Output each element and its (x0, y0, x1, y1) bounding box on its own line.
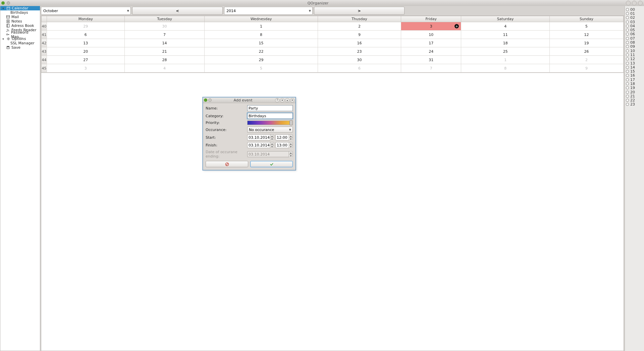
hour-row[interactable]: 06 (626, 32, 643, 36)
calendar-cell[interactable]: 16 (318, 39, 401, 47)
hour-radio[interactable] (626, 12, 629, 15)
category-input[interactable] (247, 113, 293, 119)
calendar-cell[interactable]: 30 (318, 56, 401, 64)
sidebar-item-notes[interactable]: Notes (0, 19, 40, 24)
calendar-cell[interactable]: 9 (318, 31, 401, 39)
hour-row[interactable]: 12 (626, 57, 643, 61)
hour-row[interactable]: 04 (626, 24, 643, 28)
calendar-cell[interactable]: 21 (124, 47, 205, 56)
minimize-button[interactable] (626, 1, 631, 5)
calendar-cell[interactable]: 1 (461, 56, 550, 64)
calendar-cell[interactable]: 28 (124, 56, 205, 64)
calendar-cell[interactable]: 8 (461, 64, 550, 73)
hour-radio[interactable] (626, 53, 629, 56)
calendar-cell[interactable]: 7 (124, 31, 205, 39)
sidebar-item-ssl[interactable]: SSL Manager (0, 41, 40, 45)
calendar-cell[interactable]: 15 (205, 39, 318, 47)
calendar-cell[interactable]: 31 (401, 56, 461, 64)
calendar-cell[interactable]: 24 (401, 47, 461, 56)
calendar-cell[interactable]: 30 (124, 22, 205, 31)
start-date-input[interactable]: 03.10.2014▲▼ (247, 134, 274, 140)
hour-radio[interactable] (626, 45, 629, 48)
calendar-cell[interactable]: 26 (550, 47, 624, 56)
year-combo[interactable]: 2014 ▼ (224, 7, 313, 15)
start-time-input[interactable]: 12:00▲▼ (275, 134, 293, 140)
calendar-cell[interactable]: 6 (47, 31, 125, 39)
calendar-cell[interactable]: 11 (461, 31, 550, 39)
finish-time-input[interactable]: 13:00▲▼ (275, 142, 293, 148)
calendar-cell[interactable]: 2 (550, 56, 624, 64)
hour-radio[interactable] (626, 82, 629, 85)
calendar-cell[interactable]: 20 (47, 47, 125, 56)
calendar-cell[interactable]: 6 (318, 64, 401, 73)
hour-row[interactable]: 18 (626, 82, 643, 86)
hour-row[interactable]: 22 (626, 98, 643, 102)
shade-button[interactable]: ▾ (280, 98, 284, 102)
hour-row[interactable]: 09 (626, 45, 643, 49)
hour-radio[interactable] (626, 16, 629, 19)
maximize-button[interactable] (632, 1, 637, 5)
hour-radio[interactable] (626, 8, 629, 11)
hour-row[interactable]: 17 (626, 78, 643, 82)
hour-row[interactable]: 20 (626, 90, 643, 94)
help-button[interactable]: ? (275, 98, 279, 102)
sidebar-item-birthdays[interactable]: Birthdays (0, 10, 40, 15)
hour-radio[interactable] (626, 86, 629, 89)
cancel-button[interactable] (206, 161, 248, 167)
dialog-titlebar[interactable]: Add event ? ▾ ▴ ✕ (203, 97, 296, 103)
hour-row[interactable]: 08 (626, 40, 643, 44)
hour-radio[interactable] (626, 74, 629, 77)
dialog-close-button[interactable]: ✕ (290, 98, 294, 102)
hour-radio[interactable] (626, 49, 629, 52)
calendar-cell[interactable]: 3 (47, 64, 125, 73)
hour-row[interactable]: 21 (626, 94, 643, 98)
hour-radio[interactable] (626, 29, 629, 32)
calendar-cell[interactable]: 27 (47, 56, 125, 64)
hour-row[interactable]: 16 (626, 74, 643, 78)
hour-radio[interactable] (626, 91, 629, 94)
calendar-cell[interactable]: 18 (461, 39, 550, 47)
calendar-cell[interactable]: 5 (550, 22, 624, 31)
close-button[interactable] (638, 1, 643, 5)
prev-button[interactable]: < (132, 7, 223, 15)
expand-icon[interactable]: ▾ (2, 37, 5, 41)
occurance-select[interactable]: No occurance ▼ (247, 127, 293, 133)
spin-buttons[interactable]: ▲▼ (289, 142, 292, 148)
slider-handle[interactable] (289, 120, 293, 125)
ok-button[interactable] (250, 161, 293, 167)
hour-radio[interactable] (626, 62, 629, 65)
sidebar-item-save[interactable]: Save (0, 45, 40, 50)
finish-date-input[interactable]: 03.10.2014▲▼ (247, 142, 274, 148)
calendar-cell[interactable]: 8 (205, 31, 318, 39)
hour-radio[interactable] (626, 37, 629, 40)
month-combo[interactable]: October ▼ (41, 7, 131, 15)
spin-buttons[interactable]: ▲▼ (270, 142, 274, 148)
spin-buttons[interactable]: ▲▼ (270, 135, 274, 140)
hour-radio[interactable] (626, 66, 629, 69)
calendar-cell[interactable]: 4 (124, 64, 205, 73)
next-button[interactable]: > (314, 7, 405, 15)
expand-icon[interactable]: ▾ (2, 7, 5, 10)
hour-radio[interactable] (626, 33, 629, 36)
calendar-cell[interactable]: 9 (550, 64, 624, 73)
priority-slider[interactable] (247, 121, 293, 125)
hour-row[interactable]: 11 (626, 53, 643, 57)
sidebar-item-addressbook[interactable]: Adress Book (0, 24, 40, 28)
calendar-cell[interactable]: 23 (318, 47, 401, 56)
calendar-cell[interactable]: 29 (47, 22, 125, 31)
calendar-cell[interactable]: 14 (124, 39, 205, 47)
hour-row[interactable]: 00 (626, 7, 643, 11)
calendar-cell[interactable]: 3+ (401, 22, 461, 31)
hour-radio[interactable] (626, 103, 629, 106)
sidebar-item-mail[interactable]: Mail (0, 15, 40, 19)
calendar-cell[interactable]: 25 (461, 47, 550, 56)
calendar-cell[interactable]: 2 (318, 22, 401, 31)
calendar-cell[interactable]: 19 (550, 39, 624, 47)
event-badge[interactable]: + (454, 24, 459, 29)
hour-radio[interactable] (626, 78, 629, 81)
calendar-cell[interactable]: 22 (205, 47, 318, 56)
hour-row[interactable]: 10 (626, 49, 643, 53)
hour-row[interactable]: 07 (626, 36, 643, 40)
sidebar-item-calendar[interactable]: ▾ Calendar (0, 6, 40, 10)
calendar-cell[interactable]: 7 (401, 64, 461, 73)
